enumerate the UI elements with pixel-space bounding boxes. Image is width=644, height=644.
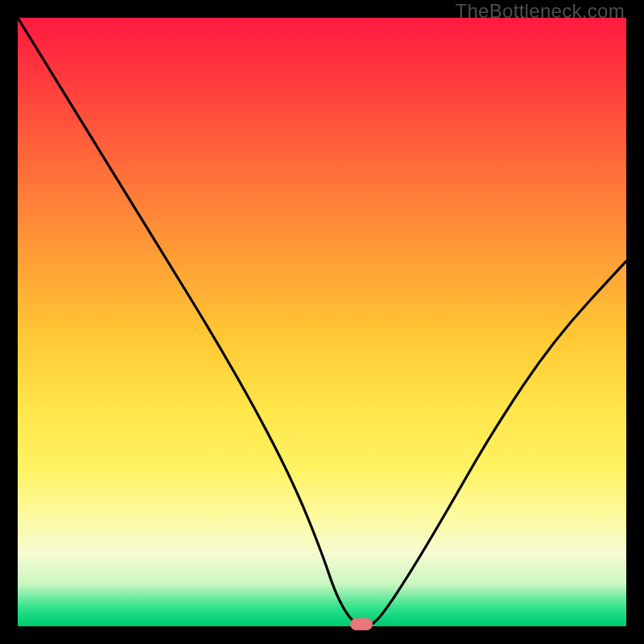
- bottleneck-curve-path: [18, 18, 626, 626]
- optimum-marker: [350, 618, 373, 630]
- chart-frame: TheBottleneck.com: [0, 0, 644, 644]
- bottleneck-curve-svg: [18, 18, 626, 626]
- plot-area: [18, 18, 626, 626]
